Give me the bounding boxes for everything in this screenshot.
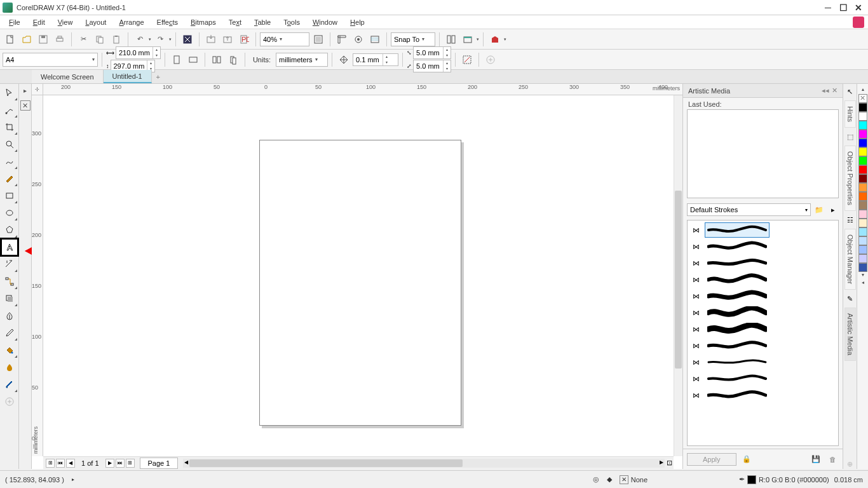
stroke-item[interactable]: ⋈ <box>689 255 837 271</box>
menu-help[interactable]: Help <box>344 17 371 27</box>
tab-artistic-media[interactable]: Artistic Media <box>844 308 856 361</box>
menu-effects[interactable]: Effects <box>151 17 184 27</box>
paste-icon[interactable] <box>109 32 124 47</box>
no-fill-swatch[interactable] <box>858 94 867 103</box>
object-manager-icon[interactable]: ☷ <box>845 215 855 225</box>
horizontal-scrollbar[interactable]: ◀▶ <box>183 459 665 468</box>
maximize-icon[interactable]: ☐ <box>836 2 850 13</box>
menu-text[interactable]: Text <box>222 17 248 27</box>
stroke-item[interactable]: ⋈ <box>689 337 837 354</box>
add-page-after-icon[interactable]: ⊞ <box>126 459 135 468</box>
menu-view[interactable]: View <box>51 17 79 27</box>
stroke-item[interactable]: ⋈ <box>689 370 837 387</box>
fill-none-icon[interactable]: ✕ <box>620 475 628 484</box>
object-info-icon[interactable]: ◎ <box>593 475 599 484</box>
snap-to-combo[interactable]: Snap To▾ <box>391 32 435 46</box>
freehand-tool[interactable] <box>2 154 17 169</box>
zoom-tool[interactable] <box>2 137 17 152</box>
parallel-dimension-tool[interactable] <box>2 257 17 272</box>
ellipse-tool[interactable] <box>2 205 17 220</box>
page-size-combo[interactable]: A4▾ <box>3 53 98 67</box>
minimize-icon[interactable]: ─ <box>821 2 835 13</box>
browse-folder-icon[interactable]: 📁 <box>813 204 825 215</box>
status-flyout-icon[interactable]: ▸ <box>72 477 74 482</box>
smart-fill-tool[interactable] <box>2 360 17 375</box>
quick-customize-icon[interactable] <box>2 394 17 409</box>
add-preset-icon[interactable] <box>483 52 498 67</box>
close-icon[interactable]: ✕ <box>851 2 865 13</box>
add-docker-icon[interactable]: ⊕ <box>845 459 855 469</box>
menu-table[interactable]: Table <box>248 17 277 27</box>
save-stroke-icon[interactable]: 💾 <box>810 453 822 466</box>
tab-welcome[interactable]: Welcome Screen <box>32 70 104 83</box>
apply-button[interactable]: Apply <box>687 453 736 466</box>
docker-collapse-icon[interactable]: ◂◂ <box>822 86 829 95</box>
cut-icon[interactable]: ✂ <box>76 32 91 47</box>
stroke-item[interactable]: ⋈ <box>689 354 837 370</box>
color-swatch[interactable] <box>858 156 867 165</box>
color-swatch[interactable] <box>858 147 867 156</box>
interactive-fill-tool[interactable] <box>2 342 17 358</box>
color-swatch[interactable] <box>858 236 867 245</box>
object-props-icon[interactable]: ⬚ <box>845 132 855 142</box>
page-width-input[interactable]: 210.0 mm▴▾ <box>116 46 161 59</box>
drop-shadow-tool[interactable] <box>2 291 17 306</box>
dup-x-input[interactable]: 5.0 mm▴▾ <box>413 46 451 59</box>
color-swatch[interactable] <box>858 263 867 272</box>
color-swatch[interactable] <box>858 210 867 219</box>
dup-y-input[interactable]: 5.0 mm▴▾ <box>413 60 451 72</box>
page-tab[interactable]: Page 1 <box>140 458 179 469</box>
no-color-icon[interactable]: ✕ <box>20 100 31 111</box>
prev-page-icon[interactable]: ◀ <box>66 459 75 468</box>
add-page-icon[interactable]: ⊞ <box>46 459 55 468</box>
last-page-icon[interactable]: ⏭ <box>116 459 125 468</box>
menu-bitmaps[interactable]: Bitmaps <box>184 17 222 27</box>
landscape-icon[interactable] <box>186 52 201 67</box>
shape-tool[interactable] <box>2 102 17 118</box>
artistic-media-tool[interactable] <box>2 171 17 186</box>
units-combo[interactable]: millimeters▾ <box>276 53 328 67</box>
tab-untitled[interactable]: Untitled-1 <box>104 70 152 83</box>
menu-file[interactable]: File <box>3 17 27 27</box>
user-account-icon[interactable] <box>853 17 864 28</box>
lock-icon[interactable]: 🔒 <box>740 453 753 466</box>
stroke-item[interactable]: ⋈ <box>689 222 837 238</box>
pick-pointer-icon[interactable]: ▸ <box>20 85 31 95</box>
open-file-icon[interactable] <box>19 32 34 47</box>
color-swatch[interactable] <box>858 174 867 183</box>
stroke-item[interactable]: ⋈ <box>689 387 837 403</box>
color-swatch[interactable] <box>858 183 867 192</box>
stroke-item[interactable]: ⋈ <box>689 321 837 337</box>
menu-window[interactable]: Window <box>306 17 344 27</box>
hint-cursor-icon[interactable]: ↖ <box>845 86 855 97</box>
rectangle-tool[interactable] <box>2 188 17 203</box>
menu-layout[interactable]: Layout <box>79 17 112 27</box>
connector-tool[interactable] <box>2 274 17 289</box>
polygon-tool[interactable] <box>2 222 17 238</box>
copy-icon[interactable] <box>92 32 107 47</box>
color-swatch[interactable] <box>858 165 867 174</box>
docker-close-icon[interactable]: ✕ <box>832 86 837 95</box>
undo-icon[interactable]: ↶ <box>132 32 147 47</box>
more-options-icon[interactable]: ▸ <box>827 204 839 215</box>
stroke-item[interactable]: ⋈ <box>689 304 837 321</box>
tab-hints[interactable]: Hints <box>844 100 856 128</box>
fullscreen-preview-icon[interactable] <box>311 32 326 47</box>
all-pages-icon[interactable] <box>209 52 224 67</box>
color-swatch[interactable] <box>858 112 867 121</box>
color-swatch[interactable] <box>858 245 867 254</box>
delete-stroke-icon[interactable]: 🗑 <box>826 453 839 466</box>
color-proof-icon[interactable]: ◆ <box>607 475 612 484</box>
transparency-tool[interactable] <box>2 308 17 323</box>
nudge-input[interactable]: 0.1 mm▴▾ <box>353 53 398 66</box>
stroke-item[interactable]: ⋈ <box>689 238 837 255</box>
portrait-icon[interactable] <box>169 52 184 67</box>
text-tool[interactable] <box>2 240 17 255</box>
outline-color-swatch[interactable] <box>747 475 756 484</box>
treat-as-filled-icon[interactable] <box>459 52 475 67</box>
stroke-list[interactable]: ⋈ ⋈ ⋈ ⋈ ⋈ ⋈ ⋈ ⋈ ⋈ ⋈ ⋈ <box>687 220 839 446</box>
artistic-media-icon[interactable]: ✎ <box>845 294 855 304</box>
first-page-icon[interactable]: ⏮ <box>56 459 65 468</box>
menu-tools[interactable]: Tools <box>277 17 306 27</box>
show-guidelines-icon[interactable] <box>367 32 383 47</box>
